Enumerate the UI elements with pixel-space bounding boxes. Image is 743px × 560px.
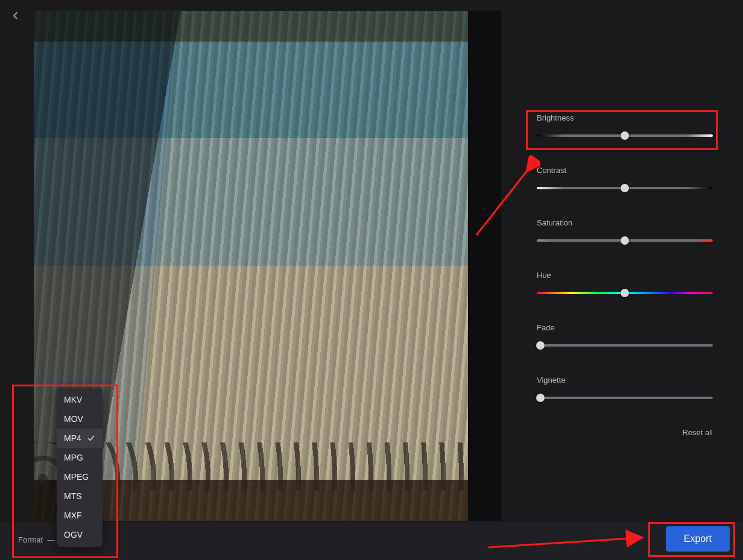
slider-vignette: Vignette: [537, 376, 713, 399]
format-option-mp4[interactable]: MP4: [57, 429, 103, 448]
format-option-label: OGV: [64, 530, 83, 540]
slider-label: Vignette: [537, 376, 713, 385]
slider-thumb[interactable]: [536, 394, 545, 402]
chevron-left-icon: [11, 11, 21, 20]
format-option-label: MXF: [64, 511, 82, 520]
slider-track[interactable]: [537, 344, 713, 347]
back-button[interactable]: [11, 11, 21, 23]
adjustments-panel: BrightnessContrastSaturationHueFadeVigne…: [537, 113, 713, 437]
slider-track[interactable]: [537, 239, 713, 242]
reset-all-button[interactable]: Reset all: [537, 428, 713, 437]
format-dropdown[interactable]: MKVMOVMP4MPGMPEGMTSMXFOGV: [57, 388, 103, 547]
slider-label: Saturation: [537, 218, 713, 227]
bottom-bar: Format — MKVMOVMP4MPGMPEGMTSMXFOGV Expor…: [0, 523, 743, 560]
format-option-label: MPG: [64, 453, 83, 462]
slider-label: Brightness: [537, 113, 713, 122]
slider-track[interactable]: [537, 134, 713, 137]
slider-thumb[interactable]: [621, 289, 629, 297]
slider-label: Contrast: [537, 166, 713, 175]
format-option-label: MP4: [64, 433, 81, 443]
slider-saturation: Saturation: [537, 218, 713, 242]
check-icon: [87, 434, 95, 442]
preview-area: [34, 11, 501, 521]
slider-contrast: Contrast: [537, 166, 713, 189]
format-option-mpg[interactable]: MPG: [57, 448, 103, 467]
format-option-label: MPEG: [64, 472, 89, 482]
format-option-mxf[interactable]: MXF: [57, 506, 103, 525]
slider-fade: Fade: [537, 323, 713, 347]
format-option-label: MTS: [64, 491, 82, 501]
format-option-mkv[interactable]: MKV: [57, 390, 103, 409]
format-option-ogv[interactable]: OGV: [57, 525, 103, 544]
format-option-label: MKV: [64, 395, 82, 404]
slider-label: Hue: [537, 271, 713, 280]
slider-hue: Hue: [537, 271, 713, 294]
slider-thumb[interactable]: [621, 184, 629, 192]
slider-track[interactable]: [537, 292, 713, 294]
format-option-label: MOV: [64, 414, 83, 424]
slider-label: Fade: [537, 323, 713, 332]
slider-thumb[interactable]: [621, 131, 629, 140]
format-option-mpeg[interactable]: MPEG: [57, 467, 103, 486]
format-option-mts[interactable]: MTS: [57, 486, 103, 506]
format-option-mov[interactable]: MOV: [57, 409, 103, 429]
format-label: Format —: [18, 535, 55, 544]
slider-track[interactable]: [537, 397, 713, 399]
slider-brightness: Brightness: [537, 113, 713, 137]
slider-thumb[interactable]: [536, 341, 545, 350]
slider-thumb[interactable]: [621, 236, 629, 245]
export-button[interactable]: Export: [666, 526, 730, 552]
slider-track[interactable]: [537, 187, 713, 189]
